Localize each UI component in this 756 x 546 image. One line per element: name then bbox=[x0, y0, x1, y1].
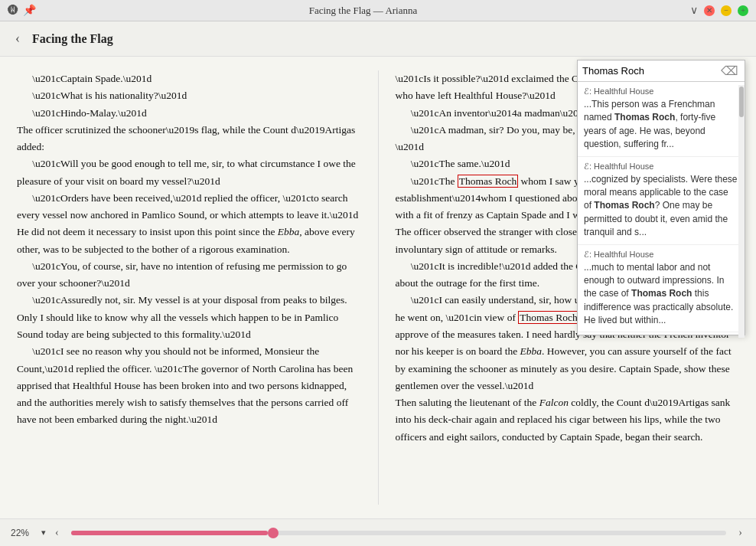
close-button[interactable]: ✕ bbox=[704, 5, 715, 16]
search-result-2[interactable]: ℰ: Healthful House ...cognized by specia… bbox=[578, 157, 745, 245]
para-9: \u201cAssuredly not, sir. My vessel is a… bbox=[17, 292, 361, 343]
result-source-3: ℰ: Healthful House bbox=[584, 250, 738, 260]
highlight-thomas-roch-2: Thomas Roch bbox=[458, 175, 518, 188]
para-2: \u201cWhat is his nationality?\u201d bbox=[17, 87, 361, 104]
search-clear-button[interactable]: ⌫ bbox=[719, 64, 740, 78]
result-source-icon-3: ℰ bbox=[584, 250, 589, 259]
search-result-4[interactable]: ℰ: Healthful House bbox=[578, 332, 745, 335]
pin-icon: 📌 bbox=[23, 4, 36, 17]
search-result-3[interactable]: ℰ: Healthful House ...much to mental lab… bbox=[578, 245, 745, 333]
zoom-dropdown-icon[interactable]: ▾ bbox=[41, 528, 46, 538]
search-results: ℰ: Healthful House ...This person was a … bbox=[578, 82, 745, 335]
r-para-9: Then saluting the lieutenant of the Falc… bbox=[396, 394, 740, 446]
search-scrollbar-thumb bbox=[739, 87, 744, 117]
result-source-icon-1: ℰ bbox=[584, 87, 589, 96]
chevron-down-icon[interactable]: ∨ bbox=[690, 4, 698, 17]
window-title: Facing the Flag — Arianna bbox=[36, 5, 690, 17]
prev-page-button[interactable]: ‹ bbox=[52, 525, 62, 541]
w-icon: 🅦 bbox=[8, 5, 18, 17]
minimize-button[interactable]: − bbox=[721, 5, 732, 16]
para-6: \u201cOrders have been received,\u201d r… bbox=[17, 190, 361, 224]
search-result-1[interactable]: ℰ: Healthful House ...This person was a … bbox=[578, 82, 745, 157]
title-bar-left: 🅦 📌 bbox=[8, 4, 36, 17]
result-text-3: ...much to mental labor and not enough t… bbox=[584, 261, 738, 328]
progress-bar[interactable] bbox=[71, 531, 727, 535]
progress-fill bbox=[71, 531, 268, 535]
main-content: \u201cCaptain Spade.\u201d \u201cWhat is… bbox=[0, 57, 756, 518]
para-10: \u201cI see no reason why you should not… bbox=[17, 343, 361, 428]
search-scrollbar[interactable] bbox=[738, 85, 745, 338]
para-3: \u201cHindo-Malay.\u201d bbox=[17, 105, 361, 122]
title-bar: 🅦 📌 Facing the Flag — Arianna ∨ ✕ − + bbox=[0, 0, 756, 21]
result-source-2: ℰ: Healthful House bbox=[584, 162, 738, 172]
left-text-column: \u201cCaptain Spade.\u201d \u201cWhat is… bbox=[0, 70, 379, 505]
result-source-1: ℰ: Healthful House bbox=[584, 87, 738, 96]
result-text-1: ...This person was a Frenchman named Tho… bbox=[584, 98, 738, 152]
para-5: \u201cWill you be good enough to tell me… bbox=[17, 155, 361, 190]
back-button[interactable]: ‹ bbox=[11, 29, 24, 48]
highlight-thomas-roch-3: Thomas Roch bbox=[518, 311, 578, 324]
book-title: Facing the Flag bbox=[32, 32, 113, 46]
progress-thumb bbox=[268, 528, 279, 538]
para-1: \u201cCaptain Spade.\u201d bbox=[17, 70, 361, 87]
search-panel: ⌫ ℰ: Healthful House ...This person was … bbox=[577, 60, 745, 335]
para-7: He did not deem it necessary to insist u… bbox=[17, 224, 361, 258]
bottom-bar: 22% ▾ ‹ › bbox=[0, 518, 756, 546]
para-4: The officer scrutinized the schooner\u20… bbox=[17, 122, 361, 156]
result-text-2: ...cognized by specialists. Were these m… bbox=[584, 173, 738, 240]
next-page-button[interactable]: › bbox=[735, 525, 745, 541]
zoom-label: 22% bbox=[11, 528, 35, 538]
search-input[interactable] bbox=[582, 65, 719, 77]
reader-toolbar: ‹ Facing the Flag bbox=[0, 21, 756, 57]
maximize-button[interactable]: + bbox=[738, 5, 748, 16]
window-controls: ∨ ✕ − + bbox=[690, 4, 748, 17]
search-input-row: ⌫ bbox=[578, 60, 745, 82]
result-source-icon-2: ℰ bbox=[584, 162, 589, 171]
para-8: \u201cYou, of course, sir, have no inten… bbox=[17, 258, 361, 293]
